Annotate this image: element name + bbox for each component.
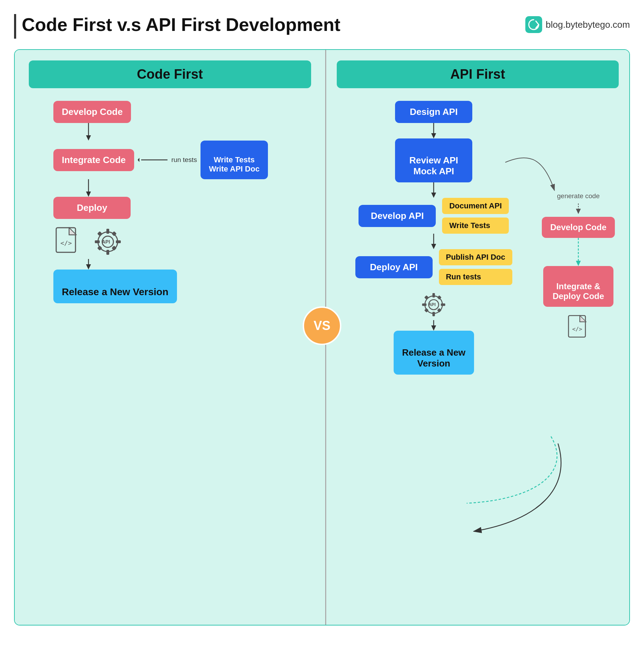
svg-marker-24: [431, 133, 436, 138]
left-develop-code-box: Develop Code: [53, 101, 131, 123]
api-first-panel: API First Design API Review API Mock API: [326, 50, 630, 625]
brand: blog.bytebytego.com: [525, 16, 630, 33]
svg-rect-0: [525, 16, 542, 33]
svg-rect-31: [433, 293, 435, 297]
svg-marker-2: [86, 135, 91, 141]
generate-arrow: [575, 203, 582, 214]
svg-rect-35: [425, 295, 429, 300]
svg-text:</>: </>: [60, 239, 72, 247]
svg-marker-26: [431, 193, 436, 198]
integrate-deploy-code-box: Integrate & Deploy Code: [543, 266, 613, 307]
svg-marker-45: [576, 261, 581, 266]
svg-rect-14: [95, 240, 100, 243]
right-release-box: Release a New Version: [394, 331, 474, 375]
brand-icon: [525, 16, 542, 33]
left-deploy-box: Deploy: [53, 197, 131, 219]
svg-rect-16: [97, 231, 102, 236]
deploy-api-box: Deploy API: [355, 256, 433, 278]
write-tests-yellow-box: Write Tests: [442, 218, 509, 234]
code-first-panel: Code First Develop Code Integrate Code: [15, 50, 326, 625]
svg-text:API: API: [102, 239, 110, 245]
svg-rect-19: [112, 246, 117, 251]
svg-marker-28: [431, 244, 436, 249]
right-code-file-icon: </>: [566, 314, 591, 343]
run-tests-label: run tests: [171, 156, 197, 164]
left-integrate-code-box: Integrate Code: [53, 149, 134, 171]
api-gear-icon: API: [92, 226, 124, 259]
document-api-box: Document API: [442, 198, 509, 214]
svg-marker-4: [138, 158, 139, 162]
code-first-title: Code First: [137, 67, 203, 82]
arrow-3: [85, 259, 92, 270]
code-first-header: Code First: [29, 60, 311, 88]
svg-marker-41: [431, 325, 436, 331]
develop-api-box: Develop API: [359, 205, 436, 227]
vs-circle: VS: [303, 306, 341, 345]
arrow-2: [85, 179, 92, 197]
arrow-1: [85, 123, 92, 141]
svg-marker-6: [86, 192, 91, 197]
arrow-r3: [430, 234, 437, 249]
dashed-arrow-1: [575, 238, 582, 266]
svg-marker-22: [86, 264, 91, 270]
svg-rect-33: [422, 303, 426, 306]
api-first-title: API First: [450, 67, 505, 82]
left-release-box: Release a New Version: [53, 270, 177, 303]
brand-name: blog.bytebytego.com: [546, 19, 630, 30]
svg-rect-34: [441, 303, 445, 306]
right-develop-code-box: Develop Code: [542, 217, 615, 238]
run-tests-yellow-box: Run tests: [439, 269, 512, 285]
svg-rect-12: [106, 229, 109, 234]
run-tests-arrow: [138, 156, 169, 164]
svg-rect-38: [437, 308, 442, 313]
svg-text:</>: </>: [572, 326, 582, 332]
write-tests-box: Write Tests Write API Doc: [201, 141, 268, 179]
right-api-gear-icon: API: [420, 291, 448, 320]
api-first-header: API First: [337, 60, 619, 88]
code-file-icon: </>: [53, 226, 81, 259]
svg-rect-13: [106, 250, 109, 255]
arrow-r1: [430, 123, 437, 138]
design-api-box: Design API: [395, 101, 472, 123]
svg-text:API: API: [428, 302, 436, 307]
publish-api-doc-box: Publish API Doc: [439, 249, 512, 265]
svg-marker-43: [576, 209, 581, 214]
generate-code-label: generate code: [557, 192, 600, 200]
page-title: Code First v.s API First Development: [22, 14, 340, 35]
svg-rect-32: [433, 312, 435, 316]
arrow-r4: [430, 320, 437, 331]
page-header: Code First v.s API First Development blo…: [14, 14, 630, 39]
svg-rect-15: [116, 240, 121, 243]
arrow-r2: [430, 182, 437, 198]
review-api-box: Review API Mock API: [395, 138, 472, 182]
